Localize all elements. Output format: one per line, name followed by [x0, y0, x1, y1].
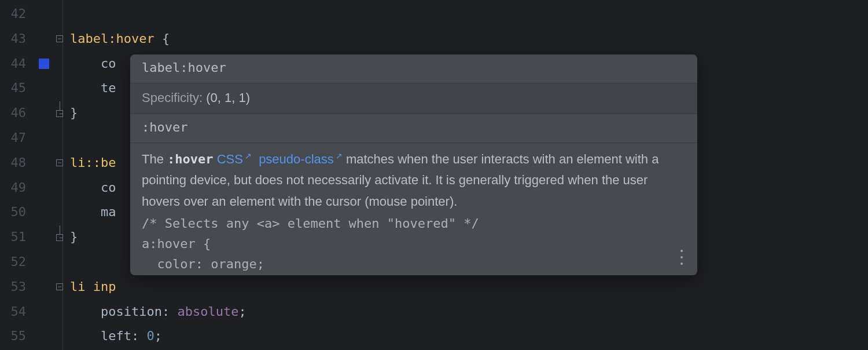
more-options-icon[interactable] — [676, 250, 687, 265]
line-number: 54 — [0, 300, 32, 325]
line-number: 49 — [0, 176, 32, 200]
line-number: 44 — [0, 52, 32, 76]
doc-symbol: :hover — [167, 152, 213, 166]
external-link-icon: ↗ — [245, 150, 252, 163]
popup-specificity: Specificity: (0, 1, 1) — [130, 83, 697, 114]
specificity-label: Specificity: — [142, 90, 206, 105]
gutter-color-swatch[interactable] — [39, 59, 49, 69]
code-line[interactable] — [63, 2, 868, 27]
code-line[interactable]: position: absolute; — [63, 300, 868, 325]
documentation-popup: label:hover Specificity: (0, 1, 1) :hove… — [130, 54, 697, 275]
line-number: 50 — [0, 200, 32, 225]
fold-collapse-icon[interactable] — [56, 35, 63, 42]
doc-link-css[interactable]: CSS — [217, 152, 243, 166]
fold-end-icon — [56, 234, 63, 241]
fold-collapse-icon[interactable] — [56, 159, 63, 166]
popup-symbol-text: :hover — [142, 120, 187, 134]
doc-prefix: The — [142, 152, 167, 166]
code-line[interactable]: left: 0; — [63, 324, 868, 349]
external-link-icon: ↗ — [336, 150, 343, 163]
line-number: 51 — [0, 225, 32, 250]
line-number-gutter: 4243444546474849505152535455 — [0, 0, 32, 350]
line-number: 47 — [0, 126, 32, 151]
line-number: 45 — [0, 76, 32, 101]
fold-collapse-icon[interactable] — [56, 283, 63, 290]
code-editor: 4243444546474849505152535455 label:hover… — [0, 0, 868, 350]
specificity-value: (0, 1, 1) — [206, 90, 250, 105]
popup-selector-text: label:hover — [142, 60, 226, 75]
code-line[interactable]: li inp — [63, 275, 868, 300]
doc-example-code: /* Selects any <a> element when "hovered… — [142, 213, 686, 275]
doc-link-pseudo-class[interactable]: pseudo-class — [259, 152, 334, 166]
code-line[interactable]: label:hover { — [63, 27, 868, 52]
fold-gutter — [32, 0, 63, 350]
line-number: 52 — [0, 250, 32, 275]
line-number: 46 — [0, 101, 32, 126]
popup-symbol: :hover — [130, 114, 697, 143]
line-number: 48 — [0, 151, 32, 176]
line-number: 43 — [0, 27, 32, 52]
line-number: 42 — [0, 2, 32, 27]
popup-documentation: The :hover CSS↗ pseudo-class↗ matches wh… — [130, 143, 697, 275]
fold-end-icon — [56, 110, 63, 117]
line-number: 55 — [0, 324, 32, 349]
popup-selector: label:hover — [130, 54, 697, 83]
line-number: 53 — [0, 275, 32, 300]
